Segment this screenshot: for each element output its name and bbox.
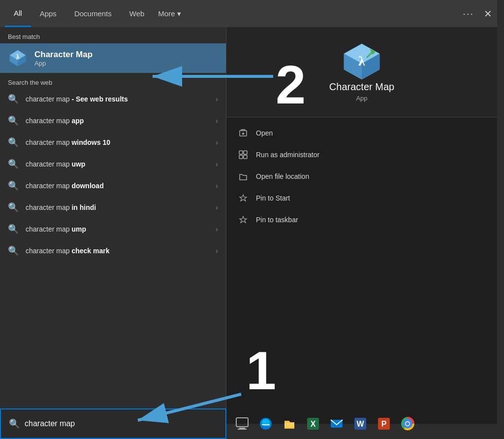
pin-start-icon [238, 193, 248, 203]
result-text-7: character map check mark [26, 247, 209, 255]
svg-rect-17 [236, 418, 248, 427]
result-arrow-5: › [216, 203, 218, 211]
taskbar-chrome[interactable] [397, 413, 418, 435]
action-pin-taskbar[interactable]: Pin to taskbar [226, 209, 497, 231]
more-options-icon[interactable]: ··· [463, 8, 474, 19]
tab-apps[interactable]: Apps [31, 0, 65, 27]
result-arrow-0: › [216, 95, 218, 103]
action-open[interactable]: Open [226, 122, 497, 144]
web-section-label: Search the web [0, 73, 226, 88]
result-text-3: character map uwp [26, 160, 209, 168]
app-preview-name: Character Map [329, 81, 394, 93]
open-icon [238, 128, 248, 138]
result-item-5[interactable]: 🔍 character map in hindi › [0, 197, 226, 218]
tab-web[interactable]: Web [121, 0, 154, 27]
search-icon-6: 🔍 [8, 224, 19, 235]
action-run-admin[interactable]: Run as administrator [226, 144, 497, 166]
actions-list: Open Run as administrator [226, 117, 497, 236]
search-window: All Apps Documents Web More ▾ ··· ✕ Best… [0, 0, 497, 424]
result-text-1: character map app [26, 117, 209, 125]
taskbar-icons: X W P [226, 408, 423, 439]
search-input[interactable] [25, 419, 218, 428]
svg-rect-16 [244, 155, 247, 159]
app-preview-icon: λ [342, 42, 381, 81]
search-input-area[interactable]: 🔍 [0, 408, 226, 439]
tab-bar: All Apps Documents Web More ▾ ··· ✕ [0, 0, 497, 27]
svg-text:P: P [381, 420, 387, 428]
app-preview-type: App [356, 95, 367, 102]
result-arrow-6: › [216, 225, 218, 233]
action-open-label: Open [256, 129, 273, 137]
taskbar-word[interactable]: W [349, 413, 371, 435]
svg-rect-13 [239, 151, 243, 154]
search-icon-0: 🔍 [8, 94, 19, 104]
result-text-0: character map - See web results [26, 95, 209, 103]
best-match-type: App [34, 60, 93, 67]
pin-taskbar-icon [238, 215, 248, 225]
action-pin-start-label: Pin to Start [256, 194, 290, 202]
result-arrow-7: › [216, 247, 218, 255]
svg-rect-15 [239, 155, 243, 159]
best-match-app-icon: λ [8, 48, 28, 68]
result-arrow-2: › [216, 138, 218, 146]
tab-documents[interactable]: Documents [65, 0, 121, 27]
svg-rect-14 [244, 151, 247, 154]
taskbar-excel[interactable]: X [302, 413, 324, 435]
close-icon[interactable]: ✕ [484, 8, 492, 20]
result-item-1[interactable]: 🔍 character map app › [0, 110, 226, 132]
result-item-4[interactable]: 🔍 character map download › [0, 175, 226, 197]
result-item-7[interactable]: 🔍 character map check mark › [0, 240, 226, 262]
result-arrow-1: › [216, 117, 218, 125]
action-location-label: Open file location [256, 172, 309, 180]
result-item-6[interactable]: 🔍 character map ump › [0, 218, 226, 240]
taskbar-edge[interactable] [255, 413, 277, 435]
result-arrow-4: › [216, 182, 218, 190]
right-panel: λ Character Map App [226, 27, 497, 424]
folder-icon [238, 171, 248, 181]
left-panel: Best match λ Character Map App [0, 27, 226, 424]
action-pin-start[interactable]: Pin to Start [226, 187, 497, 209]
best-match-name: Character Map [34, 50, 93, 60]
action-pin-taskbar-label: Pin to taskbar [256, 216, 298, 224]
action-admin-label: Run as administrator [256, 151, 319, 159]
taskbar-mail[interactable] [326, 413, 347, 435]
tab-more[interactable]: More ▾ [153, 9, 186, 18]
search-icon-7: 🔍 [8, 245, 19, 256]
result-text-4: character map download [26, 182, 209, 190]
result-item-2[interactable]: 🔍 character map windows 10 › [0, 132, 226, 153]
best-match-text: Character Map App [34, 50, 93, 67]
result-text-6: character map ump [26, 225, 209, 233]
best-match-label: Best match [0, 27, 226, 43]
tab-bar-tabs: All Apps Documents Web More ▾ [5, 0, 186, 27]
result-text-2: character map windows 10 [26, 138, 209, 146]
svg-point-30 [406, 422, 410, 426]
best-match-item[interactable]: λ Character Map App [0, 43, 226, 73]
content-area: Best match λ Character Map App [0, 27, 497, 424]
action-open-location[interactable]: Open file location [226, 166, 497, 187]
svg-text:λ: λ [358, 53, 365, 68]
search-icon-5: 🔍 [8, 202, 19, 213]
search-icon-1: 🔍 [8, 115, 19, 126]
svg-text:X: X [311, 420, 316, 428]
search-icon-4: 🔍 [8, 180, 19, 191]
taskbar-explorer[interactable] [279, 413, 300, 435]
search-icon-2: 🔍 [8, 137, 19, 148]
result-arrow-3: › [216, 160, 218, 168]
app-preview: λ Character Map App [226, 27, 497, 117]
svg-text:W: W [356, 420, 364, 428]
admin-icon [238, 150, 248, 160]
taskbar-virtual-desktop[interactable] [231, 413, 253, 435]
result-item-0[interactable]: 🔍 character map - See web results › [0, 88, 226, 110]
tab-all[interactable]: All [5, 0, 31, 27]
svg-rect-19 [238, 429, 247, 430]
result-item-3[interactable]: 🔍 character map uwp › [0, 153, 226, 175]
svg-rect-18 [239, 428, 245, 429]
search-icon-3: 🔍 [8, 159, 19, 169]
svg-text:λ: λ [16, 54, 20, 61]
taskbar-powerpoint[interactable]: P [373, 413, 395, 435]
tab-bar-right: ··· ✕ [463, 8, 492, 20]
search-magnifier-icon: 🔍 [9, 418, 20, 429]
result-text-5: character map in hindi [26, 203, 209, 211]
